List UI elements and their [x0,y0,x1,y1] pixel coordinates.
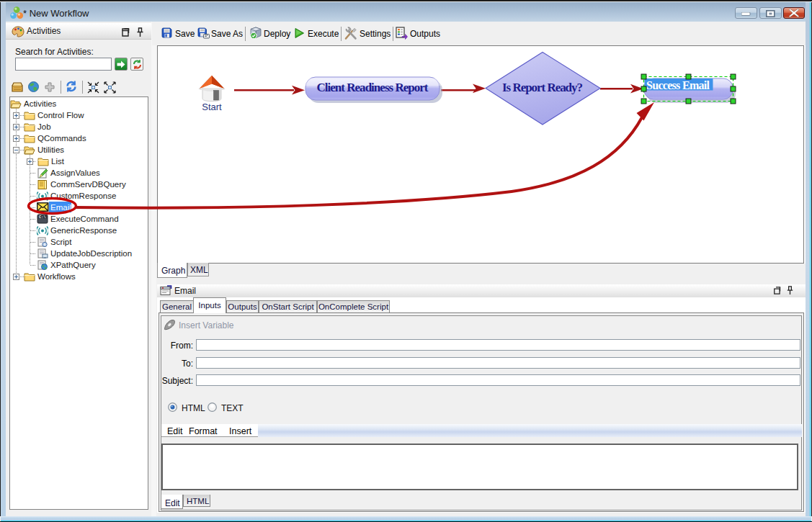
svg-text:Success Email: Success Email [646,79,710,91]
svg-text:C:\: C:\ [39,215,46,220]
svg-text:Is Report Ready?: Is Report Ready? [502,81,583,94]
svg-text:Client Readiness Report: Client Readiness Report [317,81,429,94]
svg-text:Start: Start [202,102,222,112]
